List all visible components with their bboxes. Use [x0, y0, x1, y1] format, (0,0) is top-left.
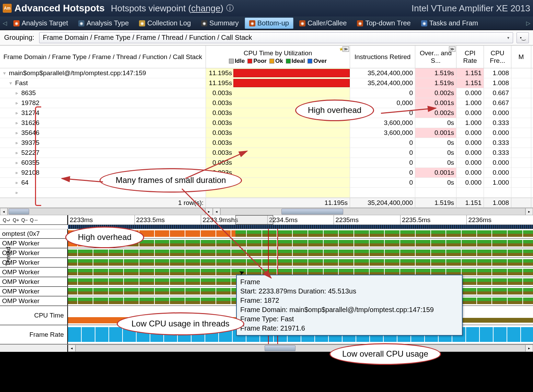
tab-bottom-up[interactable]: ◉Bottom-up — [245, 18, 293, 29]
table-row[interactable]: ▹356460.003s3,600,0000.001s0.0000.000 — [0, 128, 533, 138]
tree-toggle-icon[interactable]: ▿ — [10, 81, 14, 85]
table-row[interactable]: ▿main$omp$parallel@/tmp/omptest.cpp:147:… — [0, 68, 533, 78]
tab-collection-log[interactable]: ◉Collection Log — [135, 18, 195, 29]
row-instructions: 3,600,000 — [350, 128, 415, 138]
row-cpi: 0.000 — [456, 128, 484, 138]
ruler-tick: 2235.5ms — [400, 215, 467, 224]
row-instructions: 35,204,400,000 — [350, 78, 415, 88]
table-row[interactable]: ▹393750.003s00s0.0000.333 — [0, 138, 533, 148]
tabs-scroll-right-icon[interactable]: ▷ — [525, 20, 532, 26]
tab-caller-callee[interactable]: ◉Caller/Callee — [295, 18, 351, 29]
app-header: Am Advanced Hotspots Hotspots viewpoint … — [0, 0, 533, 16]
tab-analysis-type[interactable]: ◉Analysis Type — [74, 18, 133, 29]
row-name: ▹35646 — [0, 128, 206, 138]
timeline-ruler[interactable]: 2233ms2233.5ms2233.9mshs2234.5ms2235ms22… — [68, 215, 533, 225]
col-cpu-freq[interactable]: CPU Fre... — [484, 46, 511, 68]
tree-toggle-icon[interactable]: ▹ — [16, 150, 21, 155]
grouping-dropdown[interactable]: Frame Domain / Frame Type / Frame / Thre… — [39, 32, 513, 43]
tree-toggle-icon[interactable]: ▹ — [16, 140, 21, 145]
tree-toggle-icon[interactable]: ▹ — [16, 190, 21, 195]
tree-toggle-icon[interactable]: ▹ — [16, 101, 21, 105]
tree-toggle-icon[interactable]: ▿ — [3, 71, 8, 76]
zoom-in-icon[interactable]: Q+ — [12, 217, 20, 223]
thread-label[interactable]: OMP Worker — [0, 239, 68, 248]
table-row[interactable]: ▹640.002s00s0.0001.000 — [0, 178, 533, 188]
table-row[interactable]: ▹316260.003s3,600,0000s1.0000.333 — [0, 118, 533, 128]
zoom-fit-icon[interactable]: Q↔ — [29, 217, 39, 223]
scroll-left-icon[interactable]: ◂ — [68, 345, 76, 352]
tab-top-down-tree[interactable]: ◉Top-down Tree — [352, 18, 415, 29]
thread-lane[interactable] — [68, 248, 533, 257]
tree-toggle-icon[interactable]: ▹ — [16, 130, 21, 135]
frame-strip[interactable] — [68, 225, 533, 229]
table-row[interactable]: ▹522270.003s00s0.0000.333 — [0, 148, 533, 158]
scroll-right-icon[interactable]: ▸ — [205, 208, 213, 215]
thread-label[interactable]: OMP Worker — [0, 248, 68, 257]
change-viewpoint-link[interactable]: change — [191, 3, 220, 13]
zoom-out-icon[interactable]: Q− — [21, 217, 28, 223]
tree-toggle-icon[interactable]: ▹ — [16, 120, 21, 125]
timeline-hscroll[interactable]: ◂ ▸ — [0, 344, 533, 352]
col-cpi[interactable]: CPI Rate — [456, 46, 484, 68]
col-cpu-util[interactable]: ★ ≫ CPU Time by Utilization Idle Poor Ok… — [206, 46, 350, 68]
scroll-left-icon[interactable]: ◂ — [213, 208, 220, 215]
row-instructions: 0 — [350, 168, 415, 177]
row-cpi: 0.000 — [456, 138, 484, 148]
ruler-selection[interactable] — [235, 215, 273, 224]
thread-label[interactable]: OMP Worker — [0, 287, 68, 296]
thread-label[interactable]: omptest (0x7 — [0, 229, 68, 238]
thread-lane[interactable] — [68, 229, 533, 238]
scroll-right-icon[interactable]: ▸ — [525, 208, 533, 215]
tree-toggle-icon[interactable]: ▹ — [16, 160, 21, 165]
table-row[interactable]: ▹86350.003s00.002s0.0000.667 — [0, 88, 533, 98]
thread-label[interactable]: OMP Worker — [0, 296, 68, 305]
row-instructions: 0 — [350, 108, 415, 118]
thread-lane[interactable] — [68, 239, 533, 248]
tree-toggle-icon[interactable]: ▹ — [16, 91, 21, 95]
tab-analysis-target[interactable]: ◉Analysis Target — [9, 18, 72, 29]
table-row[interactable]: ▹312740.003s00.002s0.0000.000 — [0, 108, 533, 118]
thread-lane[interactable] — [68, 258, 533, 267]
scroll-thumb[interactable] — [265, 345, 296, 351]
tab-tasks-and-fram[interactable]: ◉Tasks and Fram — [417, 18, 483, 29]
tree-toggle-icon[interactable]: ▹ — [16, 111, 21, 115]
tab-icon: ◉ — [201, 20, 207, 26]
row-freq — [484, 188, 511, 197]
row-overhead: 0s — [415, 138, 456, 148]
tab-summary[interactable]: ◉Summary — [197, 18, 243, 29]
table-hscroll[interactable]: ◂ ▸ ◂ ▸ — [0, 208, 533, 215]
row-cpu-util: 0.003s — [206, 118, 350, 128]
expand-icon[interactable]: ≫ — [343, 46, 349, 52]
tree-toggle-icon[interactable]: ▹ — [16, 180, 21, 185]
scroll-left-icon[interactable]: ◂ — [0, 208, 8, 215]
row-m — [511, 118, 531, 128]
row-instructions: 0 — [350, 148, 415, 158]
col-overhead[interactable]: ≫Over... and S... — [415, 46, 456, 68]
tab-icon: ◉ — [299, 20, 305, 26]
col-name[interactable]: Frame Domain / Frame Type / Frame / Thre… — [0, 46, 206, 68]
expand-icon[interactable]: ≫ — [449, 46, 455, 52]
table-row[interactable]: ▹921080.003s00.001s0.0000.000 — [0, 168, 533, 178]
help-icon[interactable]: ⓘ — [226, 3, 234, 13]
thread-label[interactable]: OMP Worker — [0, 267, 68, 277]
grouping-options-button[interactable]: •‿ — [517, 32, 529, 43]
frame-rate-label: Frame Rate — [0, 325, 68, 344]
zoom-reset-icon[interactable]: Q⤾ — [2, 217, 11, 223]
row-overhead: 0s — [415, 118, 456, 128]
tree-toggle-icon[interactable]: ▹ — [16, 170, 21, 175]
col-m[interactable]: M — [511, 46, 531, 68]
row-cpi: 1.151 — [456, 78, 484, 88]
table-row[interactable]: ▹603550.003s00s0.0000.000 — [0, 158, 533, 168]
table-row[interactable]: ▹ — [0, 188, 533, 198]
scroll-thumb[interactable] — [9, 209, 29, 215]
table-row[interactable]: ▹197820.003s0,0000.001s1.0000.667 — [0, 98, 533, 108]
row-name: ▹ — [0, 188, 206, 197]
table-row[interactable]: ▿Fast11.195s35,204,400,0001.519s1.1511.0… — [0, 78, 533, 88]
tabs-scroll-left-icon[interactable]: ◁ — [1, 20, 8, 26]
thread-label[interactable]: OMP Worker — [0, 258, 68, 267]
col-instructions[interactable]: Instructions Retired — [350, 46, 415, 68]
scroll-right-icon[interactable]: ▸ — [525, 345, 533, 352]
thread-label[interactable]: OMP Worker — [0, 277, 68, 286]
scroll-thumb[interactable] — [281, 209, 343, 215]
summary-over: 1.519s — [415, 198, 456, 207]
